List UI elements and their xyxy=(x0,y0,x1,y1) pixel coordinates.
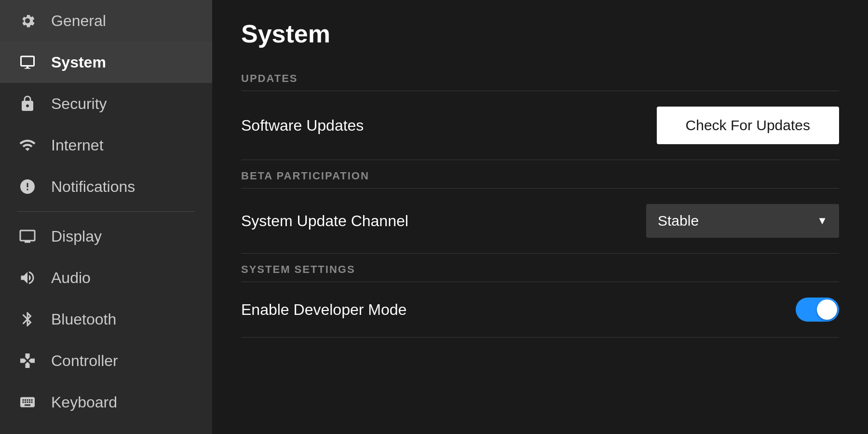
sidebar-item-audio-label: Audio xyxy=(51,269,91,287)
sidebar-item-system-label: System xyxy=(51,54,106,71)
system-update-channel-row: System Update Channel Stable ▼ xyxy=(241,189,839,254)
monitor-icon xyxy=(17,52,38,72)
bluetooth-icon xyxy=(17,309,38,329)
beta-section-label: BETA PARTICIPATION xyxy=(241,160,839,188)
sidebar-item-display[interactable]: Display xyxy=(0,216,212,257)
gear-icon xyxy=(17,11,38,31)
main-content: System UPDATES Software Updates Check Fo… xyxy=(212,0,868,434)
sidebar-item-notifications-label: Notifications xyxy=(51,178,135,196)
developer-mode-row: Enable Developer Mode xyxy=(241,282,839,338)
sidebar-item-keyboard[interactable]: Keyboard xyxy=(0,381,212,423)
update-channel-dropdown[interactable]: Stable ▼ xyxy=(646,204,839,238)
controller-icon xyxy=(17,351,38,371)
sidebar-item-keyboard-label: Keyboard xyxy=(51,393,117,411)
software-updates-label: Software Updates xyxy=(241,117,364,135)
system-update-channel-label: System Update Channel xyxy=(241,212,408,230)
chevron-down-icon: ▼ xyxy=(817,215,827,227)
notifications-icon xyxy=(17,176,38,197)
sidebar-item-controller[interactable]: Controller xyxy=(0,340,212,381)
sidebar-item-audio[interactable]: Audio xyxy=(0,257,212,298)
sidebar-item-system[interactable]: System xyxy=(0,41,212,83)
sidebar-item-notifications[interactable]: Notifications xyxy=(0,166,212,207)
display-icon xyxy=(17,226,38,246)
software-updates-row: Software Updates Check For Updates xyxy=(241,91,839,160)
system-settings-section-label: SYSTEM SETTINGS xyxy=(241,254,839,282)
sidebar-item-security[interactable]: Security xyxy=(0,83,212,124)
update-channel-value: Stable xyxy=(658,213,699,229)
sidebar-item-security-label: Security xyxy=(51,95,107,113)
sidebar-item-bluetooth-label: Bluetooth xyxy=(51,311,116,328)
toggle-thumb xyxy=(817,299,837,320)
sidebar-divider xyxy=(17,211,195,212)
sidebar-item-internet[interactable]: Internet xyxy=(0,124,212,166)
check-updates-button[interactable]: Check For Updates xyxy=(657,107,839,144)
audio-icon xyxy=(17,268,38,288)
updates-section-label: UPDATES xyxy=(241,63,839,91)
wifi-icon xyxy=(17,135,38,155)
sidebar-item-general-label: General xyxy=(51,12,106,30)
sidebar-item-display-label: Display xyxy=(51,228,102,245)
sidebar-item-bluetooth[interactable]: Bluetooth xyxy=(0,298,212,340)
lock-icon xyxy=(17,94,38,114)
sidebar-item-internet-label: Internet xyxy=(51,136,104,154)
sidebar: General System Security Internet xyxy=(0,0,212,434)
sidebar-item-controller-label: Controller xyxy=(51,352,118,370)
keyboard-icon xyxy=(17,392,38,412)
developer-mode-label: Enable Developer Mode xyxy=(241,301,407,319)
page-title: System xyxy=(241,19,839,48)
developer-mode-toggle[interactable] xyxy=(796,298,839,322)
sidebar-item-general[interactable]: General xyxy=(0,0,212,41)
